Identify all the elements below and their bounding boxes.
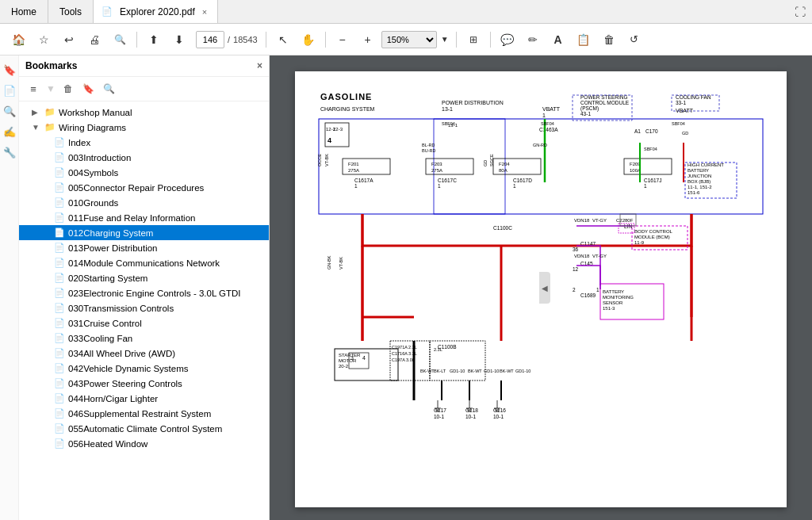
undo-button[interactable]: ↺: [622, 29, 646, 51]
page-number-input[interactable]: [196, 31, 224, 48]
svg-text:VT-BK: VT-BK: [339, 257, 343, 270]
bookmark-label: 056Heated Window: [68, 439, 264, 449]
list-item[interactable]: 📄 005Connector Repair Procedures: [19, 180, 269, 195]
svg-text:MOTOR: MOTOR: [339, 358, 357, 363]
tab-home[interactable]: Home: [0, 0, 48, 23]
bookmark-label: 034All Wheel Drive (AWD): [68, 349, 264, 358]
nav-next-button[interactable]: ⬇: [167, 29, 191, 51]
svg-text:BATTERY: BATTERY: [603, 289, 624, 294]
svg-text:GASOLINE: GASOLINE: [320, 92, 372, 101]
sidebar-icon-search[interactable]: 🔍: [2, 103, 17, 119]
zoom-arrow-button[interactable]: ▼: [439, 29, 451, 51]
sidebar-close-button[interactable]: ×: [257, 60, 262, 71]
hand-tool-button[interactable]: ✋: [297, 29, 320, 51]
zoom-in-button[interactable]: +: [356, 29, 380, 51]
svg-text:100A: 100A: [630, 168, 641, 173]
list-item[interactable]: 📄 004Symbols: [19, 165, 269, 180]
svg-text:BODY CONTROL: BODY CONTROL: [634, 229, 673, 234]
svg-text:1: 1: [354, 183, 358, 189]
list-item[interactable]: ▶ 📁 Workshop Manual: [19, 105, 269, 120]
sidebar-resize-handle[interactable]: [266, 55, 269, 520]
nav-prev-button[interactable]: ⬆: [142, 29, 166, 51]
svg-text:20-2: 20-2: [339, 364, 349, 369]
comment-button[interactable]: 💬: [496, 29, 519, 51]
list-item[interactable]: 📄 014Module Communications Network: [19, 255, 269, 270]
svg-text:2: 2: [573, 287, 576, 292]
sidebar-search-bookmarks-button[interactable]: 🔍: [100, 80, 119, 98]
sidebar-delete-button[interactable]: 🗑: [59, 80, 78, 98]
list-item-selected[interactable]: 📄 012Charging System: [19, 225, 269, 240]
svg-text:4: 4: [327, 136, 331, 144]
sidebar-icon-sign[interactable]: ✍: [2, 124, 17, 140]
list-item[interactable]: 📄 042Vehicle Dynamic Systems: [19, 361, 269, 376]
file-icon: 📄: [54, 423, 65, 434]
list-item[interactable]: 📄 043Power Steering Controls: [19, 376, 269, 391]
svg-text:1: 1: [513, 183, 516, 189]
back-button[interactable]: ↩: [57, 29, 81, 51]
snap-button[interactable]: ⊞: [462, 29, 485, 51]
list-item[interactable]: 📄 013Power Distribution: [19, 240, 269, 255]
list-item[interactable]: 📄 030Transmission Controls: [19, 300, 269, 315]
sidebar-collapse-handle[interactable]: ◀: [539, 272, 550, 304]
sidebar-icon-tools[interactable]: 🔧: [2, 144, 17, 160]
sidebar-icon-bookmarks[interactable]: 🔖: [2, 62, 17, 78]
svg-text:VBATT: VBATT: [676, 108, 694, 113]
svg-text:275A: 275A: [348, 168, 359, 173]
list-item[interactable]: 📄 034All Wheel Drive (AWD): [19, 346, 269, 361]
pdf-viewer[interactable]: ◀ GASOLINE CHARGING SYSTEM POWER DISTRIB…: [270, 55, 812, 520]
svg-text:SBF04: SBF04: [541, 121, 554, 126]
home-button[interactable]: 🏠: [6, 29, 30, 51]
print-button[interactable]: 🖨: [82, 29, 106, 51]
toolbar-separator-1: [136, 32, 137, 48]
bookmark-label: 004Symbols: [68, 168, 264, 178]
bookmark-button[interactable]: ☆: [32, 29, 56, 51]
list-item[interactable]: 📄 033Cooling Fan: [19, 331, 269, 346]
sidebar-add-button[interactable]: 🔖: [79, 80, 98, 98]
highlight-button[interactable]: A: [546, 29, 570, 51]
sidebar-panel: Bookmarks × ≡ ▼ 🗑 🔖 🔍 ▶ 📁 Workshop Manua…: [19, 55, 269, 520]
sidebar-menu-button[interactable]: ≡: [24, 80, 43, 98]
list-item[interactable]: 📄 003Introduction: [19, 150, 269, 165]
svg-text:1: 1: [596, 287, 599, 292]
list-item[interactable]: 📄 011Fuse and Relay Information: [19, 210, 269, 225]
list-item[interactable]: 📄 044Horn/Cigar Lighter: [19, 391, 269, 406]
restore-window-icon[interactable]: ⛶: [795, 6, 806, 18]
tab-close-button[interactable]: ×: [200, 6, 209, 17]
svg-text:C170: C170: [645, 128, 658, 134]
list-item[interactable]: 📄 010Grounds: [19, 195, 269, 210]
pointer-tool-button[interactable]: ↖: [271, 29, 295, 51]
svg-text:SBF04: SBF04: [644, 147, 657, 151]
folder-icon: 📁: [44, 107, 56, 117]
bookmark-label: Index: [68, 138, 264, 147]
list-item[interactable]: 📄 031Cruise Control: [19, 315, 269, 331]
list-item[interactable]: 📄 020Starting System: [19, 270, 269, 285]
pen-button[interactable]: ✏: [521, 29, 545, 51]
tab-bar: Home Tools 📄 Explorer 2020.pdf × ⛶: [0, 0, 812, 24]
zoom-select[interactable]: 50% 75% 100% 125% 150% 200% 300% Fit Pag…: [381, 31, 437, 48]
svg-text:275A: 275A: [431, 168, 442, 173]
tab-pdf[interactable]: 📄 Explorer 2020.pdf ×: [94, 0, 218, 23]
stamp-button[interactable]: 📋: [572, 29, 596, 51]
bookmark-label: 005Connector Repair Procedures: [68, 183, 264, 193]
svg-text:BOX (BJB): BOX (BJB): [688, 179, 710, 184]
list-item[interactable]: 📄 055Automatic Climate Control System: [19, 421, 269, 436]
tab-pdf-label: Explorer 2020.pdf: [120, 6, 195, 17]
list-item[interactable]: 📄 023Electronic Engine Controls - 3.0L G…: [19, 285, 269, 300]
delete-button[interactable]: 🗑: [597, 29, 621, 51]
bookmark-label: 030Transmission Controls: [68, 304, 264, 313]
list-item[interactable]: 📄 046Supplemental Restraint System: [19, 406, 269, 421]
bookmark-label: 031Cruise Control: [68, 319, 264, 328]
svg-text:VDN18: VDN18: [574, 254, 590, 258]
bookmark-label: 044Horn/Cigar Lighter: [68, 394, 264, 403]
file-icon: 📄: [54, 333, 65, 343]
list-item[interactable]: ▼ 📁 Wiring Diagrams: [19, 120, 269, 135]
list-item[interactable]: 📄 056Heated Window: [19, 436, 269, 451]
file-icon: 📄: [54, 258, 65, 268]
list-item[interactable]: 📄 Index: [19, 135, 269, 150]
tab-tools[interactable]: Tools: [48, 0, 94, 23]
sidebar-icon-pages[interactable]: 📄: [2, 82, 17, 98]
bookmark-label: 043Power Steering Controls: [68, 379, 264, 388]
zoom-out-icon-button[interactable]: 🔍: [108, 29, 132, 51]
zoom-out-button[interactable]: −: [331, 29, 354, 51]
svg-text:GD: GD: [483, 160, 488, 166]
